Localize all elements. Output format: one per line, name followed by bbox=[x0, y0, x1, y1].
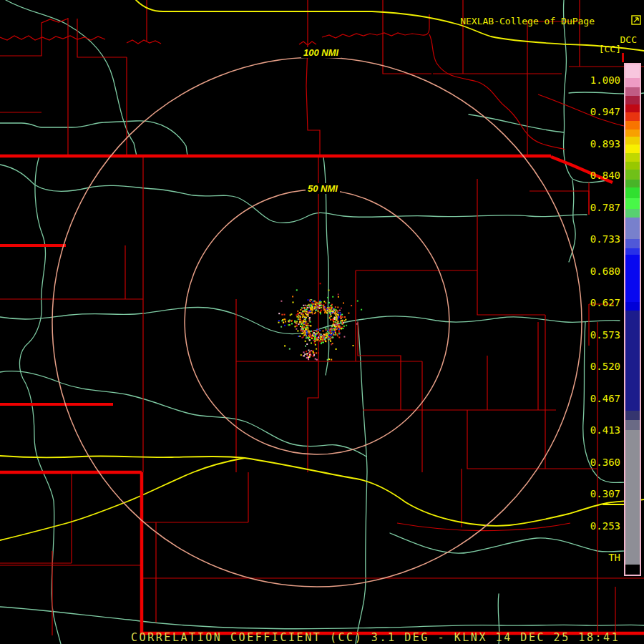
colorbar-segment bbox=[625, 153, 640, 162]
colorbar bbox=[624, 63, 641, 576]
colorbar-segment bbox=[625, 411, 640, 420]
colorbar-segment bbox=[625, 112, 640, 121]
colorbar-segment bbox=[625, 87, 640, 96]
colorbar-segment bbox=[625, 302, 640, 311]
colorbar-segment bbox=[625, 104, 640, 112]
colorbar-segment bbox=[625, 96, 640, 104]
colorbar-segment bbox=[625, 121, 640, 130]
colorbar-segment bbox=[625, 64, 640, 78]
colorbar-segment bbox=[625, 180, 640, 187]
colorbar-top-mark bbox=[622, 53, 624, 62]
colorbar-segment bbox=[625, 218, 640, 239]
colorbar-segment bbox=[625, 198, 640, 209]
colorbar-segment bbox=[625, 248, 640, 255]
colorbar-segment bbox=[625, 130, 640, 137]
product-code-label: DCC bbox=[620, 34, 637, 45]
range-ring-label-50nmi: 50 NMI bbox=[306, 183, 340, 194]
header: NEXLAB-College of DuPage bbox=[460, 4, 641, 38]
product-unit-label: [CC] bbox=[599, 44, 621, 54]
range-ring-label-100nmi: 100 NMI bbox=[301, 47, 341, 58]
colorbar-segment bbox=[625, 430, 640, 565]
corner-arrow-icon bbox=[597, 4, 641, 38]
colorbar-segment bbox=[625, 239, 640, 248]
header-title: NEXLAB-College of DuPage bbox=[460, 16, 595, 26]
colorbar-segment bbox=[625, 565, 640, 572]
radar-display: NEXLAB-College of DuPage DCC [CC] 1.0000… bbox=[0, 0, 644, 644]
radar-map bbox=[0, 0, 644, 644]
colorbar-segment bbox=[625, 187, 640, 198]
colorbar-segment bbox=[625, 137, 640, 145]
colorbar-segment bbox=[625, 145, 640, 153]
status-bar-text: CORRELATION COEFFICIENT (CC) 3.1 DEG - K… bbox=[131, 632, 620, 644]
colorbar-segment bbox=[625, 170, 640, 180]
colorbar-segment bbox=[625, 255, 640, 302]
colorbar-segment bbox=[625, 311, 640, 411]
map-background bbox=[0, 0, 644, 644]
colorbar-segment bbox=[625, 162, 640, 170]
colorbar-segment bbox=[625, 78, 640, 87]
colorbar-segment bbox=[625, 420, 640, 430]
colorbar-segment bbox=[625, 209, 640, 218]
